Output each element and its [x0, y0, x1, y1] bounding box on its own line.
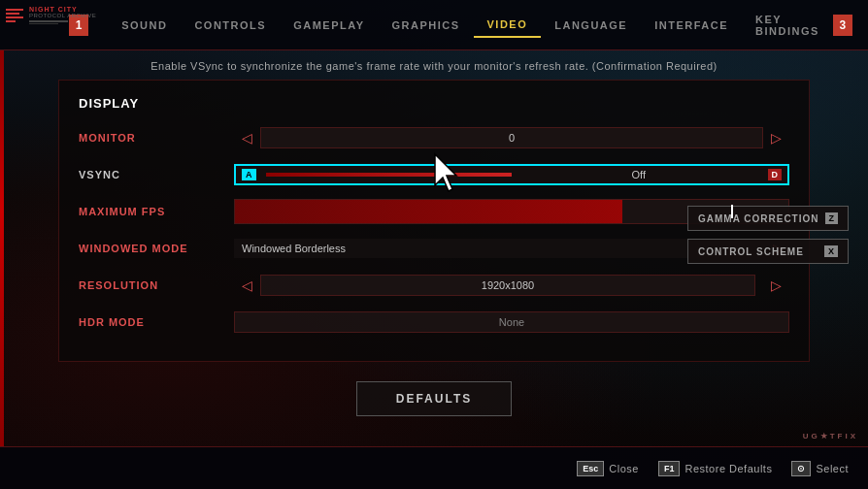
- monitor-arrow-right[interactable]: ▷: [763, 128, 789, 147]
- tab-graphics[interactable]: GRAPHICS: [378, 14, 473, 37]
- hdr-mode-control: None: [234, 311, 789, 333]
- resolution-arrow-left[interactable]: ◁: [234, 276, 260, 295]
- monitor-arrow-control: ◁ 0 ▷: [234, 127, 789, 148]
- bottom-bar: Esc Close F1 Restore Defaults ⊙ Select: [0, 446, 868, 489]
- resolution-control: ◁ 1920x1080 ▷: [234, 275, 789, 296]
- defaults-button[interactable]: DEFAULTS: [356, 381, 512, 416]
- logo-title: NIGHT CITY: [29, 6, 96, 13]
- select-badge: ⊙: [791, 461, 811, 476]
- resolution-label: Resolution: [79, 279, 234, 291]
- resolution-value: 1920x1080: [260, 275, 755, 296]
- monitor-control: ◁ 0 ▷: [234, 127, 789, 148]
- vsync-label: VSync: [79, 169, 234, 180]
- hdr-mode-label: HDR Mode: [79, 316, 234, 328]
- display-section-title: Display: [79, 96, 789, 111]
- defaults-area: DEFAULTS: [58, 381, 810, 416]
- restore-defaults-label: Restore Defaults: [684, 463, 772, 474]
- vsync-selector[interactable]: A Off D: [234, 164, 789, 185]
- hdr-mode-row: HDR Mode None: [79, 309, 789, 336]
- logo-line-accent: [29, 20, 68, 22]
- gamma-correction-button[interactable]: GAMMA CORRECTION Z: [687, 206, 849, 231]
- logo-line-1: [6, 9, 23, 11]
- control-scheme-label: CONTROL SCHEME: [698, 246, 818, 257]
- tab-interface[interactable]: INTERFACE: [641, 14, 742, 37]
- tab-key-bindings[interactable]: KEY BINDINGS: [742, 8, 833, 43]
- gamma-correction-badge: Z: [825, 212, 839, 224]
- vsync-control-container: A Off D: [234, 164, 789, 185]
- fps-bar-handle: [731, 205, 733, 218]
- restore-defaults-action[interactable]: F1 Restore Defaults: [658, 461, 772, 476]
- tab-sound[interactable]: SOUND: [108, 14, 181, 37]
- left-accent-bar: [0, 50, 4, 446]
- max-fps-row: Maximum FPS: [79, 198, 789, 225]
- max-fps-label: Maximum FPS: [79, 206, 234, 217]
- resolution-row: Resolution ◁ 1920x1080 ▷: [79, 272, 789, 299]
- logo-area: NIGHT CITY PROTOCOL ARCHIVE: [6, 6, 96, 24]
- tab-video[interactable]: VIDEO: [474, 13, 542, 38]
- tab-controls[interactable]: CONTROLS: [181, 14, 280, 37]
- select-action[interactable]: ⊙ Select: [791, 461, 849, 476]
- select-label: Select: [816, 463, 849, 474]
- resolution-arrow-right[interactable]: ▷: [763, 276, 789, 295]
- gamma-correction-label: GAMMA CORRECTION: [698, 213, 819, 224]
- logo-line-3: [6, 16, 23, 18]
- windowed-mode-row: Windowed Mode Windowed Borderless ▷: [79, 235, 789, 262]
- watermark: UG★TFIX: [803, 432, 858, 440]
- close-label: Close: [609, 463, 639, 474]
- vsync-d-badge: D: [768, 169, 783, 180]
- logo-lines: [6, 9, 23, 22]
- info-bar-text: Enable VSync to synchronize the game's f…: [58, 50, 810, 80]
- vsync-value: Off: [516, 169, 762, 180]
- main-content: Enable VSync to synchronize the game's f…: [0, 50, 868, 416]
- monitor-arrow-left[interactable]: ◁: [234, 128, 260, 147]
- logo-line-accent2: [29, 23, 58, 24]
- logo-line-4: [6, 20, 16, 22]
- monitor-value: 0: [260, 127, 763, 148]
- close-action[interactable]: Esc Close: [577, 461, 639, 476]
- logo-subtitle: PROTOCOL ARCHIVE: [29, 13, 96, 18]
- top-navigation: 1 SOUND CONTROLS GAMEPLAY GRAPHICS VIDEO…: [0, 0, 868, 50]
- restore-defaults-badge: F1: [658, 461, 681, 476]
- tab-language[interactable]: LANGUAGE: [541, 14, 641, 37]
- monitor-label: Monitor: [79, 132, 234, 144]
- resolution-selector: ◁ 1920x1080 ▷: [234, 275, 789, 296]
- logo-line-2: [6, 13, 19, 15]
- control-scheme-badge: X: [824, 245, 838, 257]
- vsync-row: VSync A Off D: [79, 161, 789, 188]
- side-buttons: GAMMA CORRECTION Z CONTROL SCHEME X: [687, 206, 849, 264]
- close-badge: Esc: [577, 461, 604, 476]
- fps-bar-fill: [235, 200, 622, 223]
- monitor-row: Monitor ◁ 0 ▷: [79, 124, 789, 151]
- nav-tabs: SOUND CONTROLS GAMEPLAY GRAPHICS VIDEO L…: [108, 8, 833, 43]
- control-scheme-button[interactable]: CONTROL SCHEME X: [687, 239, 849, 264]
- tab-gameplay[interactable]: GAMEPLAY: [280, 14, 378, 37]
- nav-badge-right: 3: [833, 15, 852, 36]
- hdr-dropdown[interactable]: None: [234, 311, 789, 333]
- windowed-mode-label: Windowed Mode: [79, 243, 234, 254]
- vsync-a-badge: A: [242, 169, 256, 180]
- logo-text: NIGHT CITY PROTOCOL ARCHIVE: [29, 6, 96, 24]
